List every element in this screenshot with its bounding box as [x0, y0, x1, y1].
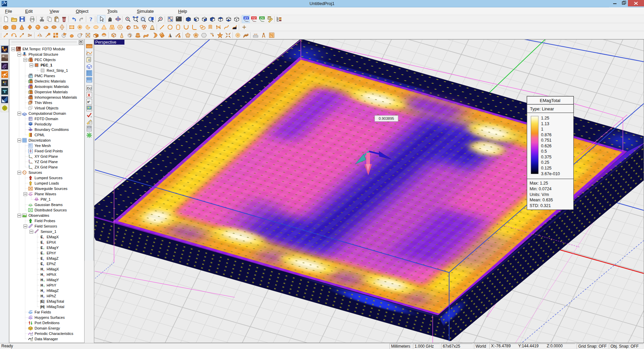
svg-text:1.13: 1.13: [541, 121, 549, 126]
svg-text:Y: Y: [43, 280, 45, 282]
svg-text:H: H: [41, 278, 43, 282]
svg-text:x: x: [43, 275, 45, 277]
svg-text:z: z: [43, 296, 45, 298]
svg-text:Min: 0.0724: Min: 0.0724: [530, 187, 551, 191]
svg-text:z: z: [43, 291, 45, 293]
svg-text:H: H: [41, 294, 43, 298]
svg-text:0.25: 0.25: [541, 160, 549, 165]
svg-text:STD: 0.321: STD: 0.321: [530, 203, 551, 208]
svg-text:Y: Y: [43, 248, 45, 250]
svg-text:XY: XY: [244, 16, 248, 20]
svg-text:x: x: [43, 237, 44, 239]
svg-text:|E|: |E|: [40, 300, 44, 303]
svg-text:x: x: [43, 269, 45, 271]
svg-text:x: x: [43, 242, 44, 245]
svg-text:H: H: [41, 289, 43, 293]
svg-text:Max: 1.25: Max: 1.25: [530, 181, 548, 186]
svg-text:Perspective: Perspective: [95, 40, 116, 45]
svg-text:E: E: [41, 241, 43, 244]
svg-text:E: E: [41, 257, 43, 260]
svg-text:Mean: 0.635: Mean: 0.635: [530, 198, 553, 202]
svg-text:3.67e-010: 3.67e-010: [541, 171, 560, 176]
svg-text:0.876: 0.876: [541, 133, 551, 137]
svg-text:0.375: 0.375: [541, 155, 551, 159]
svg-text:Units: V/m: Units: V/m: [530, 192, 549, 197]
svg-text:3×: 3×: [28, 33, 32, 37]
svg-text:E: E: [41, 262, 43, 266]
svg-text:E: E: [41, 235, 43, 239]
svg-text:E: E: [41, 246, 43, 250]
svg-text:0.626: 0.626: [541, 144, 551, 148]
svg-text:1: 1: [541, 127, 543, 132]
svg-text:0.751: 0.751: [541, 138, 551, 143]
svg-text:€: €: [88, 58, 90, 62]
svg-text:H: H: [41, 267, 43, 271]
svg-text:H: H: [41, 284, 43, 287]
svg-text:z: z: [43, 258, 44, 261]
svg-text:ZX: ZX: [260, 16, 264, 20]
svg-text:1.25: 1.25: [541, 116, 549, 120]
svg-text:Y: Y: [43, 253, 45, 255]
svg-text:?: ?: [90, 16, 93, 22]
svg-text:E: E: [41, 251, 43, 255]
svg-text:x: x: [32, 168, 33, 169]
svg-text:X: X: [88, 93, 91, 98]
svg-text:Y: Y: [32, 162, 33, 164]
svg-text:0.5: 0.5: [541, 149, 547, 154]
svg-text:|H|: |H|: [40, 305, 45, 309]
svg-text:x: x: [32, 157, 33, 159]
svg-text:z: z: [43, 264, 44, 266]
svg-text:Type: Linear: Type: Linear: [530, 106, 554, 111]
svg-text:x²: x²: [87, 100, 91, 104]
svg-text:YZ: YZ: [252, 16, 256, 20]
svg-text:0.903895: 0.903895: [379, 116, 394, 120]
svg-text:f(x): f(x): [87, 87, 92, 90]
svg-text:Y: Y: [43, 285, 45, 288]
svg-text:EMagTotal: EMagTotal: [540, 98, 560, 103]
svg-text:H: H: [41, 273, 43, 277]
svg-text:0.125: 0.125: [541, 166, 551, 170]
